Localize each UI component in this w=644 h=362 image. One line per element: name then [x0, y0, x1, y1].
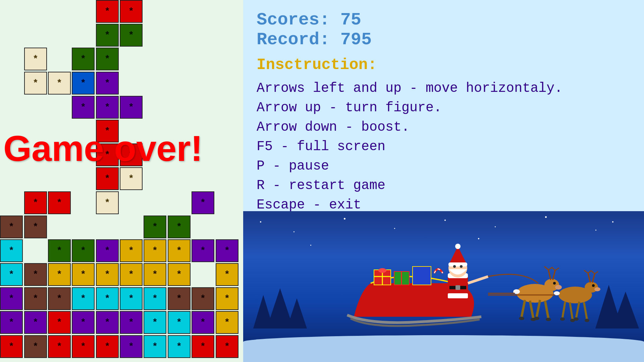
svg-point-58 — [453, 265, 456, 268]
svg-line-37 — [584, 302, 587, 319]
instruction-line-2: Arrow up - turn figure. — [257, 98, 631, 118]
block: * — [96, 96, 119, 119]
svg-rect-61 — [455, 285, 460, 290]
block: * — [48, 191, 71, 214]
scores-display: Scores: 75 — [257, 10, 631, 30]
block: * — [168, 239, 191, 262]
block: * — [144, 311, 166, 334]
svg-line-30 — [588, 270, 591, 273]
block: * — [96, 311, 119, 334]
right-panel: Scores: 75 Record: 795 Insctruction: Arr… — [243, 0, 644, 362]
block: * — [72, 335, 95, 358]
record-display: Record: 795 — [257, 30, 631, 50]
block: * — [0, 263, 23, 286]
svg-point-27 — [592, 284, 595, 287]
block: * — [144, 263, 166, 286]
block: * — [0, 335, 23, 358]
svg-line-31 — [592, 274, 595, 283]
block: * — [120, 263, 143, 286]
block: * — [96, 191, 119, 214]
block: * — [144, 335, 166, 358]
block: * — [96, 263, 119, 286]
star — [612, 221, 613, 223]
star — [545, 216, 547, 218]
block: * — [0, 311, 23, 334]
block: * — [48, 263, 71, 286]
svg-point-57 — [455, 244, 461, 249]
block: * — [168, 311, 191, 334]
svg-line-28 — [588, 273, 590, 283]
block: * — [72, 311, 95, 334]
block: * — [216, 239, 238, 262]
svg-line-12 — [553, 270, 555, 280]
scores-section: Scores: 75 Record: 795 — [257, 10, 631, 50]
info-panel: Scores: 75 Record: 795 Insctruction: Arr… — [243, 0, 644, 211]
block: * — [48, 311, 71, 334]
svg-line-34 — [562, 302, 565, 317]
block: * — [72, 96, 95, 119]
block: * — [72, 48, 95, 70]
block: * — [0, 287, 23, 310]
block: * — [96, 335, 119, 358]
instruction-line-6: R - restart game — [257, 176, 631, 195]
block: * — [120, 239, 143, 262]
svg-rect-51 — [413, 266, 431, 285]
svg-line-13 — [552, 267, 555, 270]
block: * — [24, 72, 47, 95]
block: * — [96, 239, 119, 262]
block: * — [192, 311, 214, 334]
svg-point-8 — [553, 282, 556, 285]
block: * — [96, 167, 119, 190]
svg-point-26 — [594, 287, 600, 291]
svg-point-21 — [534, 317, 539, 320]
block: * — [216, 335, 238, 358]
block: * — [120, 24, 143, 47]
block: * — [24, 191, 47, 214]
svg-line-18 — [545, 301, 548, 318]
block: * — [48, 72, 71, 95]
block: * — [96, 0, 119, 23]
block: * — [216, 263, 238, 286]
block: * — [24, 263, 47, 286]
block: * — [96, 48, 119, 70]
santa-panel — [243, 211, 644, 362]
block: * — [24, 48, 47, 70]
svg-point-48 — [378, 268, 386, 273]
block: * — [72, 239, 95, 262]
block: * — [24, 311, 47, 334]
santa-sleigh-scene — [253, 223, 636, 344]
svg-point-40 — [574, 317, 579, 321]
block: * — [24, 216, 47, 238]
block: * — [216, 287, 238, 310]
block: * — [96, 72, 119, 95]
block: * — [168, 287, 191, 310]
block: * — [192, 335, 214, 358]
svg-point-41 — [585, 319, 589, 322]
block: * — [144, 287, 166, 310]
svg-point-59 — [460, 265, 463, 268]
block: * — [120, 96, 143, 119]
block: * — [24, 335, 47, 358]
svg-point-38 — [560, 317, 565, 321]
svg-rect-56 — [448, 262, 467, 266]
block: * — [72, 263, 95, 286]
instruction-line-3: Arrow down - boost. — [257, 118, 631, 137]
block: * — [72, 72, 95, 95]
block: * — [192, 191, 214, 214]
svg-line-9 — [548, 270, 551, 280]
svg-line-33 — [595, 272, 598, 274]
block: * — [192, 239, 214, 262]
block: * — [120, 335, 143, 358]
block: * — [144, 216, 166, 238]
game-over-label: Game over! — [3, 127, 203, 169]
block: * — [192, 287, 214, 310]
star — [444, 220, 446, 221]
svg-point-22 — [546, 318, 551, 321]
svg-line-14 — [555, 268, 559, 270]
block: * — [72, 287, 95, 310]
block: * — [144, 239, 166, 262]
block: * — [120, 167, 143, 190]
game-board: * * * * * * * * * * * * * * * * * * * * … — [0, 0, 243, 362]
svg-line-35 — [570, 302, 573, 319]
instruction-line-5: P - pause — [257, 157, 631, 176]
